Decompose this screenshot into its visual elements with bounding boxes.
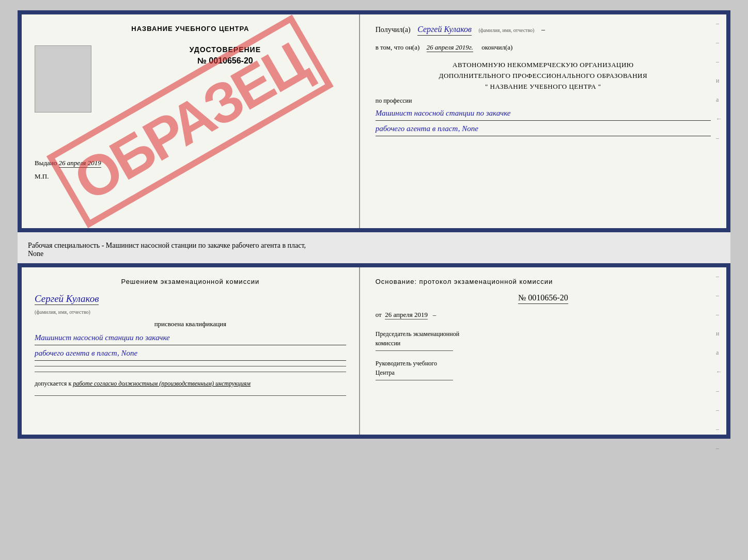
director-line1: Руководитель учебного — [376, 359, 711, 368]
commission-title: Решением экзаменационной комиссии — [35, 278, 346, 285]
blank-line-2 — [35, 372, 346, 372]
chairman-line1: Председатель экзаменационной — [376, 329, 711, 339]
qualification-line2: рабочего агента в пласт, None — [35, 346, 346, 361]
date-row: в том, что он(а) 26 апреля 2019г. окончи… — [376, 43, 711, 52]
received-row: Получил(а) Сергей Кулаков (фамилия, имя,… — [376, 25, 711, 36]
org-block: АВТОНОМНУЮ НЕКОММЕРЧЕСКУЮ ОРГАНИЗАЦИЮ ДО… — [376, 60, 711, 92]
side-marks-bottom: – – – и а ← – – – – — [716, 273, 722, 452]
allowed-value: работе согласно должностным (производств… — [73, 380, 251, 387]
org-line3: " НАЗВАНИЕ УЧЕБНОГО ЦЕНТРА " — [376, 82, 711, 92]
issued-label: Выдано — [35, 159, 57, 167]
protocol-date-prefix: от — [376, 311, 382, 318]
recipient-name: Сергей Кулаков — [417, 25, 472, 36]
dash2: – — [433, 311, 437, 318]
date-value: 26 апреля 2019г. — [427, 43, 473, 52]
cert-issued-row: Выдано 26 апреля 2019 — [35, 159, 346, 167]
date-prefix: в том, что он(а) — [376, 43, 420, 52]
protocol-number: № 0010656-20 — [518, 293, 568, 304]
cert-type-label: УДОСТОВЕРЕНИЕ — [104, 45, 346, 54]
profession-line2: рабочего агента в пласт, None — [376, 122, 711, 136]
fio-hint-bottom: (фамилия, имя, отчество) — [35, 309, 346, 315]
dash1: – — [541, 26, 545, 34]
bottom-right-panel: Основание: протокол экзаменационной коми… — [360, 267, 726, 435]
protocol-date-value: 26 апреля 2019 — [385, 311, 428, 319]
fio-hint-top: (фамилия, имя, отчество) — [479, 27, 535, 33]
mp-label: М.П. — [35, 172, 49, 180]
profession-label: по профессии — [376, 97, 711, 105]
allowed-text: допускается к работе согласно должностны… — [35, 380, 346, 388]
chairman-signature-line — [376, 350, 453, 351]
middle-text-block: Рабочая специальность - Машинист насосно… — [18, 236, 730, 263]
org-line1: АВТОНОМНУЮ НЕКОММЕРЧЕСКУЮ ОРГАНИЗАЦИЮ — [376, 60, 711, 71]
qualification-line1: Машинист насосной станции по закачке — [35, 331, 346, 345]
document-container: НАЗВАНИЕ УЧЕБНОГО ЦЕНТРА УДОСТОВЕРЕНИЕ №… — [18, 10, 730, 439]
middle-text-line1: Рабочая специальность - Машинист насосно… — [28, 242, 306, 249]
blank-line-3 — [35, 395, 346, 396]
director-signature-line — [376, 380, 453, 380]
basis-title: Основание: протокол экзаменационной коми… — [376, 278, 711, 285]
cert-number: № 0010656-20 — [104, 56, 346, 66]
left-panel: НАЗВАНИЕ УЧЕБНОГО ЦЕНТРА УДОСТОВЕРЕНИЕ №… — [22, 14, 360, 228]
side-marks-top: – – – и а ← – — [716, 20, 722, 142]
bottom-left-panel: Решением экзаменационной комиссии Сергей… — [22, 267, 360, 435]
received-label: Получил(а) — [376, 26, 411, 34]
bottom-section: Решением экзаменационной комиссии Сергей… — [18, 263, 730, 439]
director-line2: Центра — [376, 368, 711, 377]
protocol-date-row: от 26 апреля 2019 – — [376, 311, 711, 319]
middle-text-line2: None — [28, 250, 43, 258]
learning-center-title-top: НАЗВАНИЕ УЧЕБНОГО ЦЕНТРА — [35, 25, 346, 33]
director-label: Руководитель учебного Центра — [376, 359, 711, 377]
right-panel: Получил(а) Сергей Кулаков (фамилия, имя,… — [360, 14, 726, 228]
allowed-prefix: допускается к — [35, 380, 71, 387]
issued-date: 26 апреля 2019 — [59, 159, 101, 168]
profession-line1: Машинист насосной станции по закачке — [376, 106, 711, 121]
mp-row: М.П. — [35, 172, 346, 181]
blank-line-1 — [35, 366, 346, 366]
chairman-line2: комиссии — [376, 339, 711, 348]
date-suffix: окончил(а) — [481, 43, 512, 52]
photo-placeholder — [35, 45, 91, 113]
top-section: НАЗВАНИЕ УЧЕБНОГО ЦЕНТРА УДОСТОВЕРЕНИЕ №… — [18, 10, 730, 232]
assigned-label: присвоена квалификация — [35, 320, 346, 328]
chairman-label: Председатель экзаменационной комиссии — [376, 329, 711, 348]
person-name-bottom: Сергей Кулаков — [35, 293, 99, 305]
org-line2: ДОПОЛНИТЕЛЬНОГО ПРОФЕССИОНАЛЬНОГО ОБРАЗО… — [376, 71, 711, 82]
